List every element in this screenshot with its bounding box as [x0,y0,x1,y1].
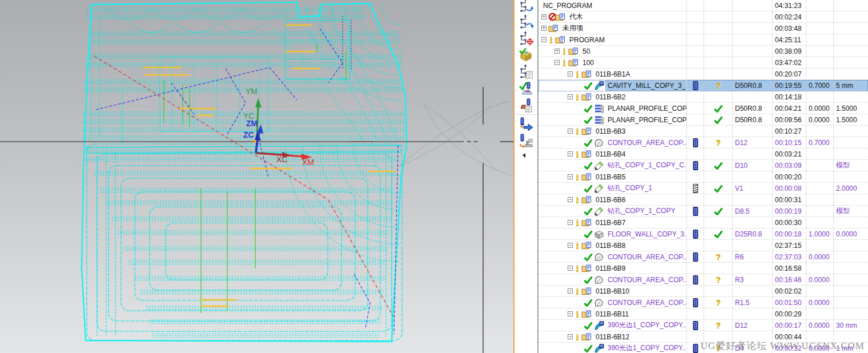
operation-row[interactable]: PLANAR_PROFILE_COP...D50R0.800:04:210.00… [539,103,868,114]
name-cell: PLANAR_PROFILE_COP... [539,114,687,125]
tree-expander[interactable]: − [568,243,573,248]
program-group-row[interactable]: −011B-6B300:10:27 [539,126,868,137]
operation-row[interactable]: 钻孔_COPY_1_COPYD8.500:00:19模型 [539,206,868,217]
path-status-cell [704,228,733,239]
gouge-check-button[interactable] [515,47,537,63]
program-group-row[interactable]: −10003:47:02 [539,57,868,69]
tree-expander[interactable]: − [568,197,573,202]
operation-row[interactable]: 钻孔_COPY_1_COPY_C...D1000:03:09模型 [539,160,868,171]
program-group-row[interactable]: −011B-6B700:00:30 [539,217,868,228]
tree-expander[interactable]: − [554,60,560,65]
time-cell: 02:37:03 [773,251,806,262]
flowcut-icon [594,321,604,330]
program-group-row[interactable]: −011B-6B400:03:21 [539,149,868,160]
tree-expander[interactable]: + [541,26,546,31]
program-group-row[interactable]: −PROGRAM04:25:11 [539,34,868,46]
tree-expander[interactable]: − [568,288,573,294]
name-cell: CONTOUR_AREA_COP... [539,251,687,262]
name-cell: 钻孔_COPY_1 [539,183,687,194]
post-process-button[interactable] [515,97,537,113]
path-status-cell: ? [704,297,733,308]
question-icon: ? [716,138,721,147]
warning-icon [574,93,580,101]
path-status-cell [704,11,733,22]
tree-expander[interactable]: − [568,71,573,77]
tree-expander[interactable]: − [568,174,573,179]
operation-row[interactable]: CONTOUR_AREA_COP...?R1.500:01:500.0000 [539,297,868,308]
warning-icon [574,173,580,181]
program-group-row[interactable]: −011B-6B600:00:31 [539,194,868,206]
name-cell: −011B-6B1A [539,69,687,79]
program-group-row[interactable]: −011B-6B900:16:58 [539,263,868,274]
node-label: PLANAR_PROFILE_COP... [606,104,687,113]
collapse-panel-button[interactable] [515,149,537,162]
operation-row[interactable]: CAVITY_MILL_COPY_3_...?D50R0.800:19:550.… [539,80,868,91]
tree-expander[interactable]: − [568,311,573,316]
operation-row[interactable]: 钻孔_COPY_1V100:00:082.0000 [539,183,868,194]
shop-documentation-button[interactable] [515,133,537,149]
operation-row[interactable]: FLOOR_WALL_COPY_3...D25R0.800:00:181.000… [539,228,868,240]
program-group-row[interactable]: +代木00:02:24 [539,11,868,23]
tree-expander[interactable]: − [568,334,573,339]
operation-row[interactable]: CONTOUR_AREA_COP...?R602:37:030.0000 [539,251,868,263]
planar-profile-icon [594,115,604,125]
cavity-mill-icon [594,81,604,90]
program-group-row[interactable]: NC_PROGRAM04:31:23 [539,0,868,11]
operation-row[interactable]: CONTOUR_AREA_COP...?R300:16:460.0000 [539,274,868,286]
tree-expander[interactable]: − [568,151,573,157]
program-group-row[interactable]: −011B-6B1A00:20:07 [539,69,868,80]
collapse-panel-icon [519,148,534,163]
tree-expander[interactable]: − [568,220,573,225]
tool-cell [733,91,773,102]
warning-icon [574,310,580,318]
output-clsf-button[interactable] [515,116,537,133]
program-group-row[interactable]: −011B-6B802:37:15 [539,240,868,251]
program-group-row[interactable]: −011B-6B1200:00:44 [539,331,868,343]
program-group-row[interactable]: −011B-6B1100:00:29 [539,308,868,320]
tree-expander[interactable]: + [541,14,546,19]
drill-icon [594,207,604,216]
node-label: 50 [581,47,592,56]
program-group-row[interactable]: −011B-6B200:14:18 [539,91,868,103]
list-toolpath-button[interactable] [515,63,537,80]
tool-cell [733,171,773,182]
operation-row[interactable]: CONTOUR_AREA_COP...?D1200:10:150.7000 [539,137,868,149]
replay-toolpath-button[interactable] [515,14,537,30]
tree-expander[interactable]: − [541,37,546,42]
generate-toolpath-button[interactable] [515,0,537,14]
graphics-viewport[interactable]: YM YC ZM ZC XC XM [0,0,513,353]
tool-changer-cell [687,183,704,194]
check-icon [714,207,723,215]
tool-cell [733,69,773,79]
axis-label-ym: YM [246,87,258,96]
time-cell: 00:03:48 [773,23,806,34]
program-group-row[interactable]: +未用项00:03:48 [539,23,868,34]
name-cell: 钻孔_COPY_1_COPY [539,206,687,216]
program-group-icon [581,242,592,250]
warning-icon [574,242,580,250]
stock-cell: 1.0000 [806,228,834,239]
value-cell: 30 mm [834,320,868,331]
tool-changer-cell [687,228,704,239]
tree-expander[interactable]: + [554,49,560,54]
tree-expander[interactable]: − [568,266,573,271]
operation-row[interactable]: PLANAR_PROFILE_COP...D50R0.800:09:560.00… [539,114,868,126]
time-cell: 04:31:23 [773,0,806,11]
tree-expander[interactable]: − [568,129,573,134]
program-group-row[interactable]: +5000:38:09 [539,46,868,57]
program-group-row[interactable]: −011B-6B500:00:20 [539,171,868,183]
tool-changer-icon [693,138,698,147]
confirm-toolpath-button[interactable] [515,80,537,97]
stock-cell [806,331,834,342]
tool-changer-cell [687,23,704,34]
time-cell: 00:00:08 [773,183,806,194]
program-group-row[interactable]: −011B-6B1000:02:02 [539,286,868,297]
tree-expander[interactable]: − [568,94,573,99]
operation-row[interactable]: 390光边1_COPY_COPY...?D400:00:320.00001 mm [539,343,868,353]
tool-changer-cell [687,194,704,205]
verify-toolpath-button[interactable] [515,30,537,47]
tool-cell [733,23,773,34]
operation-row[interactable]: 390光边1_COPY_COPY...?D1200:00:170.000030 … [539,320,868,331]
stock-cell [806,194,834,205]
tool-cell [733,0,773,11]
